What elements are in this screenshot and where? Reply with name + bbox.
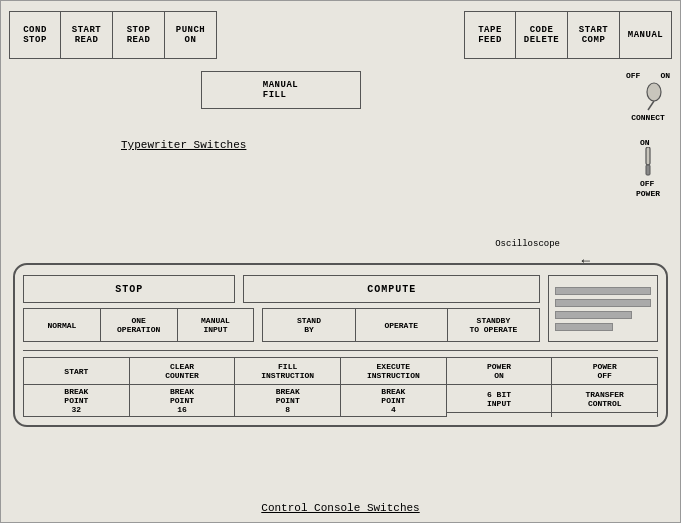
bottom-col-power-off: POWEROFF TRANSFERCONTROL xyxy=(552,357,658,417)
panel-top-left: STOP COMPUTE NORMAL ONEOPERATION MANUALI… xyxy=(23,275,540,342)
btn-start-comp[interactable]: STARTCOMP xyxy=(568,11,620,59)
panel-bottom-section: START BREAKPOINT32 CLEARCOUNTER BREAKPOI… xyxy=(23,357,658,417)
btn-manual[interactable]: MANUAL xyxy=(620,11,672,59)
bottom-col-start: START BREAKPOINT32 xyxy=(23,357,130,417)
top-button-row: CONDSTOP STARTREAD STOPREAD PUNCHON TAPE… xyxy=(1,1,680,59)
manual-fill-area: MANUALFILL xyxy=(81,71,480,109)
btn-power-off[interactable]: POWEROFF xyxy=(552,357,657,385)
oscilloscope-display xyxy=(548,275,658,342)
btn-one-operation[interactable]: ONEOPERATION xyxy=(101,308,178,342)
bottom-col-fill: FILLINSTRUCTION BREAKPOINT8 xyxy=(235,357,341,417)
btn-stand-by[interactable]: STANDBY xyxy=(262,308,355,342)
btn-6bit-input[interactable]: 6 BITINPUT xyxy=(447,385,552,413)
btn-clear-counter[interactable]: CLEARCOUNTER xyxy=(130,357,235,385)
btn-breakpoint-32[interactable]: BREAKPOINT32 xyxy=(24,385,129,417)
power-area: ON OFF POWER xyxy=(636,138,660,198)
btn-tape-feed[interactable]: TAPEFEED xyxy=(464,11,516,59)
oscilloscope-label: Oscilloscope xyxy=(495,239,560,249)
btn-code-delete[interactable]: CODEDELETE xyxy=(516,11,568,59)
connect-area: OFF ON CONNECT xyxy=(626,71,670,122)
panel-separator xyxy=(23,350,658,351)
console-label: Control Console Switches xyxy=(261,502,419,514)
btn-standby-to-operate[interactable]: STANDBYTO OPERATE xyxy=(448,308,540,342)
btn-transfer-control[interactable]: TRANSFERCONTROL xyxy=(552,385,657,413)
btn-manual-input[interactable]: MANUALINPUT xyxy=(178,308,255,342)
manual-fill-box[interactable]: MANUALFILL xyxy=(201,71,361,109)
connect-toggle[interactable] xyxy=(634,82,662,112)
typewriter-switches-label: Typewriter Switches xyxy=(121,139,246,151)
sub-buttons-row: NORMAL ONEOPERATION MANUALINPUT STANDBY … xyxy=(23,308,540,342)
btn-fill-instruction[interactable]: FILLINSTRUCTION xyxy=(235,357,340,385)
btn-breakpoint-16[interactable]: BREAKPOINT16 xyxy=(130,385,235,417)
btn-execute-instruction[interactable]: EXECUTEINSTRUCTION xyxy=(341,357,446,385)
btn-normal[interactable]: NORMAL xyxy=(23,308,101,342)
connect-off-on: OFF ON xyxy=(626,71,670,80)
panel-top-section: STOP COMPUTE NORMAL ONEOPERATION MANUALI… xyxy=(23,275,658,342)
btn-stop-read[interactable]: STOPREAD xyxy=(113,11,165,59)
display-line-1 xyxy=(555,287,651,295)
stop-compute-row: STOP COMPUTE xyxy=(23,275,540,303)
compute-box[interactable]: COMPUTE xyxy=(243,275,540,303)
connect-label: CONNECT xyxy=(631,113,665,122)
connect-off-label: OFF xyxy=(626,71,640,80)
btn-start-top[interactable]: START xyxy=(24,357,129,385)
power-on-label: ON xyxy=(640,138,650,147)
btn-breakpoint-4[interactable]: BREAKPOINT4 xyxy=(341,385,446,417)
sub-buttons-left: NORMAL ONEOPERATION MANUALINPUT xyxy=(23,308,254,342)
power-off-label: OFF xyxy=(640,179,654,188)
right-switches: OFF ON CONNECT ON OFF POWE xyxy=(626,69,670,198)
svg-point-0 xyxy=(647,83,661,101)
power-label: POWER xyxy=(636,189,660,198)
svg-rect-2 xyxy=(646,147,650,165)
svg-line-1 xyxy=(648,101,654,110)
bottom-col-clear: CLEARCOUNTER BREAKPOINT16 xyxy=(130,357,236,417)
btn-start-read[interactable]: STARTREAD xyxy=(61,11,113,59)
connect-on-label: ON xyxy=(660,71,670,80)
stop-box[interactable]: STOP xyxy=(23,275,235,303)
top-left-buttons: CONDSTOP STARTREAD STOPREAD PUNCHON xyxy=(9,11,217,59)
power-toggle[interactable] xyxy=(639,147,657,179)
display-line-4 xyxy=(555,323,613,331)
btn-cond-stop[interactable]: CONDSTOP xyxy=(9,11,61,59)
display-line-2 xyxy=(555,299,651,307)
btn-punch-on[interactable]: PUNCHON xyxy=(165,11,217,59)
top-right-buttons: TAPEFEED CODEDELETE STARTCOMP MANUAL xyxy=(464,11,672,59)
btn-operate[interactable]: OPERATE xyxy=(356,308,448,342)
sub-buttons-right: STANDBY OPERATE STANDBYTO OPERATE xyxy=(262,308,540,342)
main-panel: CONDSTOP STARTREAD STOPREAD PUNCHON TAPE… xyxy=(0,0,681,523)
bottom-col-execute: EXECUTEINSTRUCTION BREAKPOINT4 xyxy=(341,357,447,417)
display-line-3 xyxy=(555,311,632,319)
svg-rect-3 xyxy=(646,165,650,175)
btn-power-on[interactable]: POWERON xyxy=(447,357,552,385)
control-panel: STOP COMPUTE NORMAL ONEOPERATION MANUALI… xyxy=(13,263,668,427)
btn-breakpoint-8[interactable]: BREAKPOINT8 xyxy=(235,385,340,417)
bottom-col-power-on: POWERON 6 BITINPUT xyxy=(447,357,553,417)
